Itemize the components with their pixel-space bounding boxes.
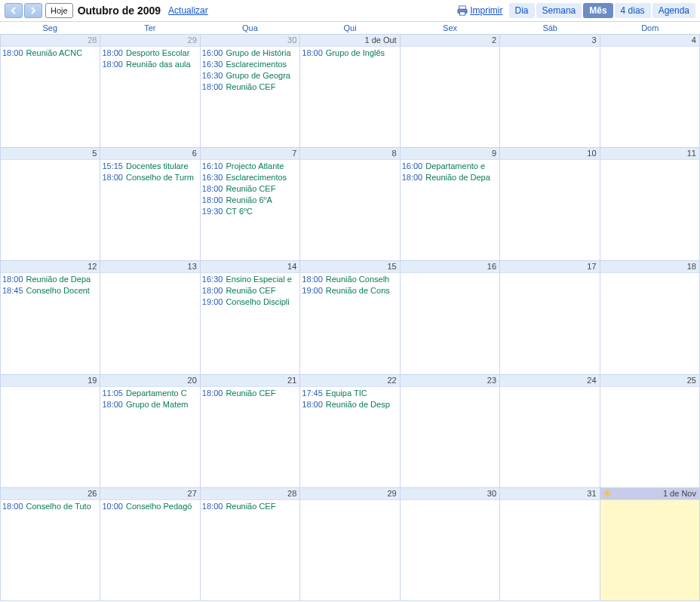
calendar-event[interactable]: 18:00Reunião de Depa — [402, 172, 498, 183]
calendar-event[interactable]: 11:05Departamento C — [102, 388, 198, 399]
day-cell[interactable]: 3016:00Grupo de História16:30Esclarecime… — [201, 35, 300, 148]
day-number[interactable]: 31 — [500, 488, 599, 500]
calendar-event[interactable]: 18:00Conselho de Turm — [102, 172, 198, 183]
day-number[interactable]: 22 — [300, 375, 399, 387]
calendar-event[interactable]: 18:00Conselho de Tuto — [2, 501, 98, 512]
day-number[interactable]: 14 — [201, 261, 299, 273]
calendar-event[interactable]: 18:45Conselho Docent — [2, 285, 98, 296]
day-cell[interactable]: 2710:00Conselho Pedagó — [100, 488, 200, 601]
view-tab-dia[interactable]: Dia — [509, 3, 535, 18]
day-number[interactable]: 10 — [500, 148, 599, 160]
day-cell[interactable]: 16 — [401, 261, 500, 374]
day-number[interactable]: 25 — [600, 375, 699, 387]
day-number[interactable]: 27 — [100, 488, 199, 500]
day-number[interactable]: 30 — [401, 488, 499, 500]
day-number[interactable]: 30 — [201, 35, 299, 47]
prev-month-button[interactable] — [5, 3, 23, 18]
calendar-event[interactable]: 15:15Docentes titulare — [102, 161, 198, 172]
day-cell[interactable]: 1518:00Reunião Conselh19:00Reunião de Co… — [300, 261, 400, 374]
next-month-button[interactable] — [24, 3, 42, 18]
day-cell[interactable]: 18 — [600, 261, 700, 374]
day-cell[interactable]: 2818:00Reunião ACNC — [1, 35, 100, 148]
calendar-event[interactable]: 19:00Conselho Discipli — [202, 296, 298, 308]
view-tab-4dias[interactable]: 4 dias — [615, 3, 651, 18]
day-number[interactable]: 7 — [201, 148, 299, 160]
day-cell[interactable]: 30 — [401, 488, 500, 601]
day-number[interactable]: 17 — [500, 261, 599, 273]
day-number[interactable]: 4 — [600, 35, 699, 47]
day-number[interactable]: 9 — [401, 148, 499, 160]
day-number[interactable]: 12 — [1, 261, 100, 273]
day-cell[interactable]: 2818:00Reunião CEF — [201, 488, 300, 601]
day-cell[interactable]: 1 de Out18:00Grupo de Inglês — [300, 35, 400, 148]
day-number[interactable]: 8 — [300, 148, 399, 160]
day-cell[interactable]: 1416:30Ensino Especial e18:00Reunião CEF… — [201, 261, 300, 374]
day-number[interactable]: 3 — [500, 35, 599, 47]
day-number[interactable]: 15 — [300, 261, 399, 273]
calendar-event[interactable]: 16:30Grupo de Geogra — [202, 70, 298, 81]
day-cell[interactable]: 19 — [1, 375, 100, 488]
calendar-event[interactable]: 18:00Reunião de Depa — [2, 274, 98, 285]
calendar-event[interactable]: 18:00Desporto Escolar — [102, 48, 198, 59]
day-cell[interactable]: 17 — [500, 261, 600, 374]
day-cell[interactable]: 2217:45Equipa TIC18:00Reunião de Desp — [300, 375, 400, 488]
calendar-event[interactable]: 18:00Grupo de Inglês — [302, 48, 398, 59]
calendar-event[interactable]: 18:00Reunião 6ºA — [202, 195, 298, 206]
day-cell[interactable]: 8 — [300, 148, 400, 261]
day-cell[interactable]: 10 — [500, 148, 600, 261]
day-cell[interactable]: 5 — [1, 148, 100, 261]
day-cell[interactable]: 2918:00Desporto Escolar18:00Reunião das … — [100, 35, 200, 148]
calendar-event[interactable]: 19:00Reunião de Cons — [302, 285, 398, 296]
day-cell[interactable]: 916:00Departamento e18:00Reunião de Depa — [401, 148, 500, 261]
day-cell[interactable]: 615:15Docentes titulare18:00Conselho de … — [100, 148, 200, 261]
print-button[interactable]: Imprimir — [457, 5, 502, 16]
refresh-link[interactable]: Actualizar — [168, 5, 208, 16]
day-number[interactable]: 16 — [401, 261, 499, 273]
day-number[interactable]: 23 — [401, 375, 499, 387]
day-number[interactable]: 26 — [1, 488, 100, 500]
calendar-event[interactable]: 16:10Projecto Atlante — [202, 161, 298, 172]
day-cell[interactable]: 716:10Projecto Atlante16:30Esclareciment… — [201, 148, 300, 261]
day-cell[interactable]: 11 — [600, 148, 700, 261]
day-cell[interactable]: 24 — [500, 375, 600, 488]
view-tab-mes[interactable]: Mês — [583, 3, 612, 18]
calendar-event[interactable]: 16:00Departamento e — [402, 161, 498, 172]
day-number[interactable]: 18 — [600, 261, 699, 273]
view-tab-agenda[interactable]: Agenda — [652, 3, 695, 18]
day-number[interactable]: 29 — [100, 35, 199, 47]
day-number[interactable]: 21 — [201, 375, 299, 387]
day-cell[interactable]: 1 de Nov — [600, 488, 700, 601]
calendar-event[interactable]: 16:00Grupo de História — [202, 48, 298, 59]
calendar-event[interactable]: 16:30Ensino Especial e — [202, 274, 298, 285]
calendar-event[interactable]: 16:30Esclarecimentos — [202, 172, 298, 183]
calendar-event[interactable]: 18:00Reunião CEF — [202, 285, 298, 296]
calendar-event[interactable]: 16:30Esclarecimentos — [202, 59, 298, 70]
day-number[interactable]: 28 — [201, 488, 299, 500]
day-cell[interactable]: 1218:00Reunião de Depa18:45Conselho Doce… — [1, 261, 100, 374]
calendar-event[interactable]: 18:00Reunião CEF — [202, 388, 298, 399]
day-cell[interactable]: 13 — [100, 261, 200, 374]
day-cell[interactable]: 2 — [401, 35, 500, 148]
view-tab-semana[interactable]: Semana — [536, 3, 582, 18]
day-number[interactable]: 19 — [1, 375, 100, 387]
calendar-event[interactable]: 18:00Reunião Conselh — [302, 274, 398, 285]
day-number[interactable]: 13 — [100, 261, 199, 273]
day-cell[interactable]: 25 — [600, 375, 700, 488]
day-cell[interactable]: 2118:00Reunião CEF — [201, 375, 300, 488]
calendar-event[interactable]: 18:00Reunião CEF — [202, 501, 298, 512]
day-number[interactable]: 29 — [300, 488, 399, 500]
day-number[interactable]: 28 — [1, 35, 100, 47]
day-number[interactable]: 2 — [401, 35, 499, 47]
day-cell[interactable]: 31 — [500, 488, 600, 601]
day-cell[interactable]: 4 — [600, 35, 700, 148]
day-number[interactable]: 1 de Out — [300, 35, 399, 47]
calendar-event[interactable]: 17:45Equipa TIC — [302, 388, 398, 399]
day-cell[interactable]: 29 — [300, 488, 400, 601]
day-cell[interactable]: 2011:05Departamento C18:00Grupo de Matem — [100, 375, 200, 488]
day-number[interactable]: 5 — [1, 148, 100, 160]
day-number[interactable]: 6 — [100, 148, 199, 160]
day-number[interactable]: 1 de Nov — [600, 488, 699, 500]
calendar-event[interactable]: 18:00Reunião CEF — [202, 81, 298, 93]
day-cell[interactable]: 3 — [500, 35, 600, 148]
day-number[interactable]: 24 — [500, 375, 599, 387]
